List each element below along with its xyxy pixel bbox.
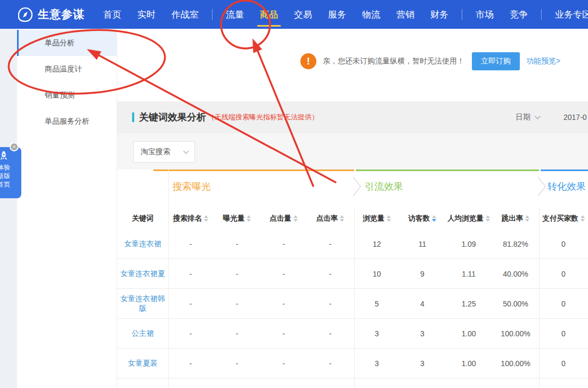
nav-item-营销[interactable]: 营销 — [388, 0, 422, 29]
cell: 1.25 — [445, 300, 492, 308]
promo-badge-new-homepage[interactable]: 体验 新版 首页 — [0, 147, 21, 198]
column-header-点击量[interactable]: 点击量 — [261, 214, 306, 223]
cell: 3 — [354, 329, 399, 338]
column-label: 点击量 — [270, 214, 291, 223]
cell: 100.00% — [492, 359, 539, 368]
nav-item-作战室[interactable]: 作战室 — [164, 0, 207, 29]
group-label-conversion-effect: 转化效果 — [548, 180, 586, 193]
cell: 5 — [354, 300, 399, 308]
column-header-跳出率[interactable]: 跳出率 — [492, 214, 539, 223]
column-header-曝光量[interactable]: 曝光量 — [213, 214, 261, 223]
channel-dropdown-value: 淘宝搜索 — [141, 147, 170, 157]
nav-item-商品[interactable]: 商品 — [252, 0, 286, 29]
nav-item-财务[interactable]: 财务 — [422, 0, 456, 29]
nav-item-实时[interactable]: 实时 — [129, 0, 164, 29]
cell: 10 — [354, 270, 399, 278]
sidebar-item-单品分析[interactable]: 单品分析 — [17, 30, 117, 56]
column-label: 关键词 — [132, 214, 154, 223]
nav-item-服务[interactable]: 服务 — [320, 0, 354, 29]
column-header-人均浏览量[interactable]: 人均浏览量 — [445, 214, 492, 223]
column-header-浏览量[interactable]: 浏览量 — [354, 214, 399, 223]
brand[interactable]: 生意参谋 — [0, 7, 85, 22]
column-label: 支付买家数 — [542, 214, 578, 223]
cell: 100.00% — [492, 329, 539, 338]
column-header-访客数[interactable]: 访客数 — [399, 214, 445, 223]
section-header: 关键词效果分析 （无线端搜索曝光指标暂无法提供） 日期 2017-0 — [117, 101, 588, 133]
table-row: 女童连衣裙----12111.0981.82%0 — [117, 229, 588, 259]
brand-name: 生意参谋 — [38, 7, 85, 22]
promo-close-icon[interactable]: × — [10, 142, 19, 151]
cell: 11 — [399, 240, 445, 248]
cell: - — [168, 270, 213, 278]
rocket-icon — [0, 150, 10, 163]
column-label: 点击率 — [316, 214, 338, 223]
column-header-搜索排名[interactable]: 搜索排名 — [168, 214, 213, 223]
nav-item-业务专区[interactable]: 业务专区 — [547, 0, 588, 29]
sidebar-item-商品温度计[interactable]: 商品温度计 — [17, 56, 117, 82]
main-content: ! 亲，您还未订购流量纵横，暂时无法使用！ 立即订购 功能预览> 关键词效果分析… — [117, 29, 588, 388]
section-title-text: 关键词效果分析 — [139, 111, 206, 124]
cell: 1.09 — [445, 240, 492, 248]
sidebar-item-销量预测[interactable]: 销量预测 — [17, 82, 117, 108]
cell: - — [213, 329, 261, 338]
nav-item-竞争[interactable]: 竞争 — [502, 0, 536, 29]
group-label-search-exposure: 搜索曝光 — [173, 180, 211, 193]
keyword-link-公主裙[interactable]: 公主裙 — [117, 329, 168, 338]
table-row: 公主裙----331.00100.00%0 — [117, 319, 588, 349]
cell: 81.82% — [492, 240, 539, 248]
cell: 0 — [539, 300, 588, 308]
keyword-link-女童连衣裙夏[interactable]: 女童连衣裙夏 — [117, 269, 168, 279]
keyword-link-女童夏装[interactable]: 女童夏装 — [117, 359, 168, 368]
top-nav: 生意参谋 首页实时作战室流量商品交易服务物流营销财务市场竞争业务专区 — [0, 0, 588, 29]
cell: - — [261, 300, 306, 308]
keyword-table: 搜索曝光 引流效果 转化效果 关键词搜索排名曝光量点击量点击率浏览量访客数人均浏… — [117, 169, 588, 388]
nav-divider — [541, 9, 542, 20]
promo-line: 新版 — [0, 172, 10, 180]
cell: - — [306, 240, 354, 248]
filter-bar: 淘宝搜索 — [117, 133, 588, 169]
cell: 3 — [399, 359, 445, 368]
keyword-link-女童连衣裙韩版[interactable]: 女童连衣裙韩版 — [117, 294, 168, 313]
section-note: （无线端搜索曝光指标暂无法提供） — [208, 112, 318, 122]
date-value: 2017-0 — [564, 113, 588, 122]
channel-dropdown[interactable]: 淘宝搜索 — [133, 141, 195, 163]
subscription-notice: ! 亲，您还未订购流量纵横，暂时无法使用！ 立即订购 功能预览> — [300, 52, 560, 70]
sort-icon — [525, 215, 529, 222]
cell: - — [213, 300, 261, 308]
nav-item-首页[interactable]: 首页 — [95, 0, 129, 29]
sort-icon — [581, 215, 585, 222]
sort-icon — [340, 215, 344, 222]
sort-icon — [432, 215, 436, 222]
nav-item-物流[interactable]: 物流 — [354, 0, 388, 29]
feature-preview-link[interactable]: 功能预览> — [526, 56, 560, 66]
column-header-点击率[interactable]: 点击率 — [306, 214, 354, 223]
cell: - — [306, 270, 354, 278]
column-label: 人均浏览量 — [447, 214, 484, 223]
date-filter[interactable]: 日期 2017-0 — [516, 112, 588, 122]
sort-icon — [247, 215, 251, 222]
nav-item-交易[interactable]: 交易 — [286, 0, 320, 29]
nav-item-流量[interactable]: 流量 — [218, 0, 252, 29]
cell: - — [213, 240, 261, 248]
cell: 3 — [399, 329, 445, 338]
column-header-关键词: 关键词 — [117, 214, 168, 223]
column-label: 曝光量 — [223, 214, 245, 223]
nav-item-市场[interactable]: 市场 — [468, 0, 502, 29]
column-header-支付买家数[interactable]: 支付买家数 — [539, 214, 588, 223]
keyword-link-女童连衣裙[interactable]: 女童连衣裙 — [117, 239, 168, 249]
group-label-traffic-effect: 引流效果 — [365, 180, 403, 193]
sidebar: 单品分析商品温度计销量预测单品服务分析 — [17, 29, 117, 388]
chevron-down-icon — [183, 148, 189, 154]
sidebar-item-单品服务分析[interactable]: 单品服务分析 — [17, 108, 117, 134]
sort-icon — [486, 215, 490, 222]
cell: 4 — [399, 300, 445, 308]
nav-divider — [462, 9, 462, 20]
order-now-button[interactable]: 立即订购 — [472, 52, 520, 70]
cell: 0 — [539, 359, 588, 368]
column-label: 搜索排名 — [173, 214, 202, 223]
cell: 0 — [539, 240, 588, 248]
compass-logo-icon — [18, 7, 32, 22]
cell: 1.11 — [445, 270, 492, 278]
cell: - — [261, 240, 306, 248]
cell: - — [261, 270, 306, 278]
